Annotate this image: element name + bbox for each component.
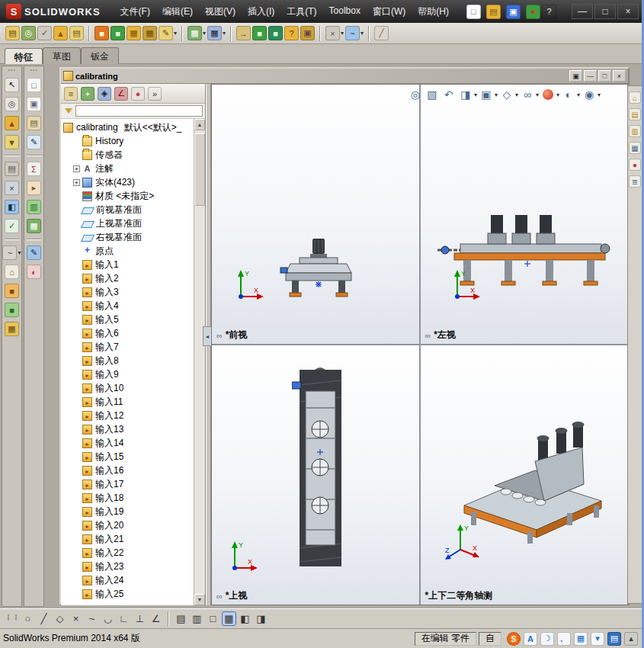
tree-item[interactable]: 前视基准面 bbox=[61, 203, 194, 217]
tree-root-item[interactable]: calibrating默认<<默认>_ bbox=[61, 120, 194, 134]
menu-插入[interactable]: 插入(I) bbox=[242, 2, 280, 21]
home-view-icon[interactable]: ⌂ bbox=[5, 265, 19, 279]
export-step-icon[interactable]: ■ bbox=[252, 26, 267, 40]
help-icon-dropdown[interactable]: ▾ bbox=[557, 8, 560, 15]
tree-item[interactable]: 输入21 bbox=[61, 532, 194, 546]
magnet-snap-icon-dropdown[interactable]: ▾ bbox=[18, 249, 21, 256]
propertymanager-tab[interactable]: + bbox=[81, 87, 95, 101]
viewport-left[interactable]: Y X ∞ *左视 bbox=[421, 85, 628, 344]
feature-filter-input[interactable] bbox=[75, 105, 203, 117]
pattern-gold-icon[interactable]: ▦ bbox=[5, 322, 19, 336]
tree-item[interactable]: 原点 bbox=[61, 244, 194, 258]
green-book-icon[interactable]: ▥ bbox=[27, 200, 41, 214]
tree-item[interactable]: 输入5 bbox=[61, 313, 194, 326]
toolbox-part-2-icon[interactable]: ■ bbox=[111, 26, 125, 40]
panel-splitter[interactable]: ◂ bbox=[206, 84, 211, 605]
fullwidth-mode-icon[interactable]: ☽ bbox=[540, 632, 554, 646]
verify-icon[interactable]: ✓ bbox=[5, 219, 19, 233]
magnet-snap-icon[interactable]: ~ bbox=[2, 245, 17, 260]
two-viewport-vertical-icon[interactable]: ◨ bbox=[254, 611, 268, 626]
menu-帮助[interactable]: 帮助(H) bbox=[412, 2, 455, 21]
doc-minimize-button[interactable]: — bbox=[584, 70, 597, 82]
doc-maximize-button[interactable]: □ bbox=[598, 70, 611, 82]
paint-appearance-icon[interactable]: ◧ bbox=[5, 200, 19, 214]
green-book2-icon[interactable]: ▦ bbox=[27, 219, 41, 233]
previous-view-icon[interactable]: ↶ bbox=[441, 87, 457, 102]
pattern-grid-icon-dropdown[interactable]: ▾ bbox=[203, 30, 206, 37]
export-iges-icon[interactable]: ■ bbox=[268, 26, 283, 40]
circle-tool-icon[interactable]: ○ bbox=[21, 611, 35, 626]
document-titlebar[interactable]: calibrating ▣—□× bbox=[61, 69, 628, 84]
tree-item[interactable]: +实体(423) bbox=[61, 175, 194, 189]
menu-窗口[interactable]: 窗口(W) bbox=[367, 2, 412, 21]
sheet-copy-icon[interactable]: ▣ bbox=[27, 97, 41, 111]
edit-note-icon[interactable]: ✎ bbox=[27, 135, 41, 149]
four-viewport-icon[interactable]: ▦ bbox=[222, 611, 236, 626]
section-view-icon-dropdown[interactable]: ▾ bbox=[474, 91, 477, 98]
zoom-tool-icon[interactable]: ◎ bbox=[5, 97, 19, 111]
scroll-track[interactable] bbox=[194, 130, 205, 594]
viewport-front[interactable]: Y X ∞ *前视 bbox=[212, 85, 419, 344]
tree-item[interactable]: 右视基准面 bbox=[61, 230, 194, 244]
scroll-thumb[interactable] bbox=[194, 133, 205, 206]
tree-item[interactable]: 输入13 bbox=[61, 422, 194, 436]
bookmark-icon[interactable]: ▸ bbox=[27, 181, 41, 195]
app-maximize-button[interactable]: □ bbox=[594, 4, 616, 19]
touch-keyboard-icon[interactable]: ▤ bbox=[607, 632, 621, 646]
tree-item[interactable]: 输入10 bbox=[61, 381, 194, 395]
scroll-up-button[interactable]: ▲ bbox=[194, 119, 205, 130]
toolbox-part-3-icon[interactable]: ▦ bbox=[127, 26, 141, 40]
lock-reference-icon[interactable]: ▣ bbox=[300, 26, 315, 40]
grid-snap-icon[interactable]: ▤ bbox=[174, 611, 188, 626]
trim-entities-icon[interactable]: × bbox=[69, 611, 83, 626]
tree-item[interactable]: 上视基准面 bbox=[61, 217, 194, 230]
tree-item[interactable]: 输入11 bbox=[61, 395, 194, 409]
edit-definition-icon[interactable]: ✎ bbox=[159, 26, 173, 40]
new-document-icon[interactable]: □ bbox=[466, 5, 481, 19]
save-icon[interactable]: ▣ bbox=[506, 5, 521, 19]
tree-item[interactable]: 输入8 bbox=[61, 354, 194, 367]
orange-part-icon[interactable]: ■ bbox=[5, 284, 19, 298]
filter-tree-icon[interactable]: ▼ bbox=[5, 135, 19, 149]
blue-brush-icon[interactable]: ✎ bbox=[27, 245, 41, 260]
tree-item[interactable]: 输入7 bbox=[61, 340, 194, 354]
view-orientation-icon[interactable]: ▣ bbox=[479, 87, 494, 102]
toolbox-part-4-icon[interactable]: ▦ bbox=[143, 26, 157, 40]
hide-show-items-icon-dropdown[interactable]: ▾ bbox=[536, 91, 539, 98]
measure-icon[interactable]: ╱ bbox=[374, 26, 389, 40]
design-table-icon-dropdown[interactable]: ▾ bbox=[223, 30, 226, 37]
view-orientation-icon-dropdown[interactable]: ▾ bbox=[495, 91, 498, 98]
cut-sketch-icon[interactable]: × bbox=[5, 181, 19, 195]
apply-scene-icon[interactable]: ◐ bbox=[561, 87, 576, 102]
tree-item[interactable]: 输入15 bbox=[61, 450, 194, 464]
green-part-icon[interactable]: ■ bbox=[5, 303, 19, 317]
open-document-icon-dropdown[interactable]: ▾ bbox=[501, 8, 505, 15]
sogou-pinyin-icon[interactable]: S bbox=[507, 632, 521, 646]
polygon-tool-icon[interactable]: ◇ bbox=[53, 611, 67, 626]
menu-编辑[interactable]: 编辑(E) bbox=[156, 2, 199, 21]
tree-item[interactable]: 输入23 bbox=[61, 560, 194, 573]
line-tool-icon[interactable]: ╱ bbox=[37, 611, 51, 626]
tree-item[interactable]: 输入2 bbox=[61, 271, 194, 285]
tree-item[interactable]: 输入22 bbox=[61, 546, 194, 560]
input-mode-letter-icon[interactable]: A bbox=[524, 632, 537, 646]
displaymanager-tab[interactable]: ● bbox=[131, 87, 145, 101]
viewport-isometric[interactable]: Y X Z *上下二等角轴测 bbox=[421, 345, 628, 605]
doc-close-button[interactable]: × bbox=[613, 70, 626, 82]
sheet-icon[interactable]: □ bbox=[27, 78, 41, 92]
tree-item[interactable]: 输入3 bbox=[61, 285, 194, 299]
toolbox-part-1-icon[interactable]: ■ bbox=[95, 26, 109, 40]
alert-bell-icon[interactable]: ▲ bbox=[53, 26, 68, 40]
tree-item[interactable]: 输入1 bbox=[61, 258, 194, 271]
apply-scene-icon-dropdown[interactable]: ▾ bbox=[577, 91, 580, 98]
design-table-icon[interactable]: ▦ bbox=[207, 26, 222, 40]
open-document-icon[interactable]: ▤ bbox=[486, 5, 501, 19]
appearances-icon[interactable]: ● bbox=[629, 159, 641, 171]
two-viewport-horizontal-icon[interactable]: ◧ bbox=[238, 611, 252, 626]
doc-restore-button[interactable]: ▣ bbox=[569, 70, 582, 82]
check-model-icon[interactable]: ? bbox=[284, 26, 299, 40]
arc-tool-icon[interactable]: ◡ bbox=[101, 611, 115, 626]
tree-item[interactable]: +注解 bbox=[61, 162, 194, 175]
design-library-icon[interactable]: ▤ bbox=[629, 108, 641, 120]
sketch-fillet-icon[interactable]: ∟ bbox=[117, 611, 131, 626]
